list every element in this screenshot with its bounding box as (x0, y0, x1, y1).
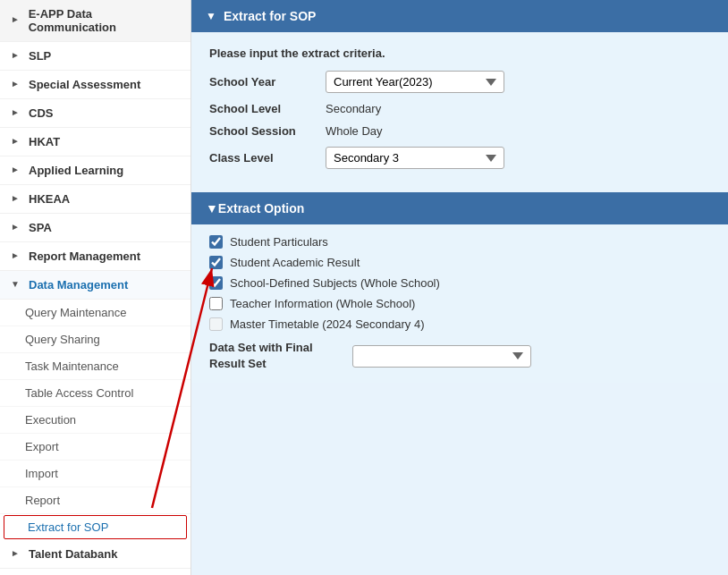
sidebar-item-label: SPA (29, 221, 52, 234)
extract-options-area: Student Particulars Student Academic Res… (191, 224, 728, 383)
dataset-select[interactable] (352, 345, 531, 368)
sidebar-item-label: Report Management (29, 249, 140, 263)
main-content: ▼ Extract for SOP Please input the extra… (191, 0, 728, 575)
sidebar-item-label: Talent Databank (29, 547, 117, 561)
sidebar-item-label: Special Assessment (29, 78, 140, 91)
school-session-label: School Session (209, 124, 326, 138)
checkbox-row-student-particulars: Student Particulars (209, 235, 710, 249)
sidebar-item-label: HKAT (29, 135, 60, 148)
class-level-row: Class Level Secondary 1 Secondary 2 Seco… (209, 147, 710, 169)
extract-for-sop-header: ▼ Extract for SOP (191, 0, 728, 32)
section-header-title: Extract for SOP (224, 9, 316, 23)
school-year-select[interactable]: Current Year(2023) 2022 2021 (326, 71, 504, 93)
chevron-right-icon: ► (11, 107, 23, 120)
class-level-label: Class Level (209, 151, 326, 165)
sidebar-item-code-management[interactable]: ► Code Management (0, 569, 190, 575)
sidebar-item-label: HKEAA (29, 192, 70, 206)
sidebar-subitem-label: Export (25, 440, 59, 453)
sidebar-subitem-query-sharing[interactable]: Query Sharing (0, 326, 190, 353)
extract-option-chevron-icon: ▼ (206, 201, 218, 216)
sidebar-subitem-label: Report (25, 494, 60, 507)
sidebar-item-eapp[interactable]: ► E-APP Data Communication (0, 0, 190, 42)
school-session-value: Whole Day (326, 124, 383, 138)
sidebar-subitem-label: Extract for SOP (28, 520, 108, 534)
checkbox-row-teacher-information: Teacher Information (Whole School) (209, 297, 710, 310)
checkbox-label-teacher-information: Teacher Information (Whole School) (230, 297, 415, 310)
sidebar-subitem-label: Query Sharing (25, 333, 100, 346)
chevron-right-icon: ► (11, 193, 23, 206)
chevron-right-icon: ► (11, 222, 23, 234)
sidebar-item-label: E-APP Data Communication (29, 7, 180, 34)
sidebar-subitem-label: Query Maintenance (25, 306, 126, 319)
checkbox-label-master-timetable: Master Timetable (2024 Secondary 4) (230, 317, 425, 331)
sidebar-subitem-label: Table Access Control (25, 386, 133, 400)
sidebar-item-data-management[interactable]: ▼ Data Management (0, 271, 190, 300)
extract-option-title: Extract Option (218, 201, 304, 216)
checkbox-master-timetable (209, 317, 223, 331)
sidebar: ► E-APP Data Communication ► SLP ► Speci… (0, 0, 191, 575)
sidebar-subitem-import[interactable]: Import (0, 461, 190, 487)
checkbox-row-school-defined-subjects: School-Defined Subjects (Whole School) (209, 276, 710, 290)
chevron-down-icon: ▼ (11, 279, 23, 292)
chevron-right-icon: ► (11, 548, 23, 561)
dataset-row: Data Set with FinalResult Set (209, 340, 710, 372)
sidebar-subitem-task-maintenance[interactable]: Task Maintenance (0, 353, 190, 380)
form-instruction: Please input the extract criteria. (209, 47, 710, 60)
school-level-value: Secondary (326, 102, 381, 115)
sidebar-item-slp[interactable]: ► SLP (0, 42, 190, 71)
checkbox-label-school-defined-subjects: School-Defined Subjects (Whole School) (230, 276, 440, 290)
chevron-right-icon: ► (11, 50, 23, 63)
checkbox-row-master-timetable: Master Timetable (2024 Secondary 4) (209, 317, 710, 331)
sidebar-item-hkeaa[interactable]: ► HKEAA (0, 185, 190, 214)
criteria-form: Please input the extract criteria. Schoo… (191, 32, 728, 192)
class-level-select[interactable]: Secondary 1 Secondary 2 Secondary 3 Seco… (326, 147, 504, 169)
sidebar-subitem-export[interactable]: Export (0, 434, 190, 461)
extract-option-header: ▼ Extract Option (191, 192, 728, 224)
sidebar-subitem-execution[interactable]: Execution (0, 407, 190, 434)
checkbox-label-student-academic-result: Student Academic Result (230, 256, 360, 269)
checkbox-label-student-particulars: Student Particulars (230, 235, 328, 249)
sidebar-item-talent-databank[interactable]: ► Talent Databank (0, 540, 190, 569)
sidebar-subitem-label: Execution (25, 413, 76, 427)
sidebar-item-special-assessment[interactable]: ► Special Assessment (0, 71, 190, 99)
dataset-label: Data Set with FinalResult Set (209, 340, 352, 372)
sidebar-subitem-label: Task Maintenance (25, 359, 119, 373)
checkbox-school-defined-subjects[interactable] (209, 276, 223, 290)
school-level-row: School Level Secondary (209, 102, 710, 115)
checkbox-student-particulars[interactable] (209, 235, 223, 249)
sidebar-item-label: Data Management (29, 278, 128, 292)
chevron-right-icon: ► (11, 79, 23, 91)
checkbox-row-student-academic-result: Student Academic Result (209, 256, 710, 269)
sidebar-item-report-management[interactable]: ► Report Management (0, 242, 190, 271)
sidebar-item-cds[interactable]: ► CDS (0, 99, 190, 128)
school-year-label: School Year (209, 75, 326, 89)
sidebar-item-hkat[interactable]: ► HKAT (0, 128, 190, 156)
sidebar-subitem-extract-for-sop[interactable]: Extract for SOP (4, 515, 187, 539)
school-session-row: School Session Whole Day (209, 124, 710, 138)
chevron-right-icon: ► (11, 14, 23, 27)
sidebar-subitem-table-access-control[interactable]: Table Access Control (0, 380, 190, 407)
sidebar-subitem-label: Import (25, 467, 58, 480)
checkbox-student-academic-result[interactable] (209, 256, 223, 269)
school-year-row: School Year Current Year(2023) 2022 2021 (209, 71, 710, 93)
chevron-right-icon: ► (11, 136, 23, 148)
chevron-right-icon: ► (11, 250, 23, 263)
sidebar-item-spa[interactable]: ► SPA (0, 214, 190, 242)
sidebar-subitem-report[interactable]: Report (0, 487, 190, 514)
checkbox-teacher-information[interactable] (209, 297, 223, 310)
sidebar-item-label: Applied Learning (29, 164, 123, 177)
sidebar-item-applied-learning[interactable]: ► Applied Learning (0, 156, 190, 185)
school-level-label: School Level (209, 102, 326, 115)
sidebar-subitem-query-maintenance[interactable]: Query Maintenance (0, 300, 190, 326)
section-chevron-down-icon: ▼ (206, 10, 216, 22)
sidebar-item-label: CDS (29, 106, 53, 120)
sidebar-item-label: SLP (29, 49, 51, 63)
chevron-right-icon: ► (11, 165, 23, 177)
